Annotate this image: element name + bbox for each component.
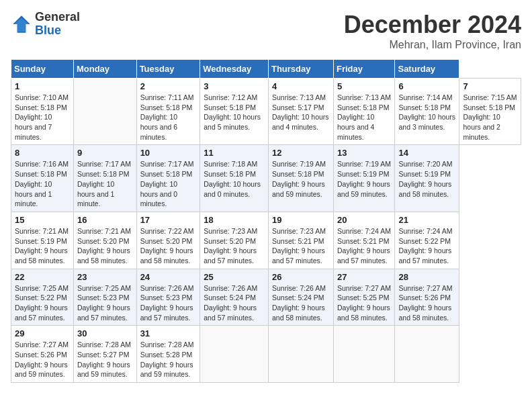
calendar-week-5: 29Sunrise: 7:27 AMSunset: 5:26 PMDayligh… bbox=[11, 326, 521, 383]
table-row: 7Sunrise: 7:15 AMSunset: 5:18 PMDaylight… bbox=[459, 79, 521, 145]
table-row: 16Sunrise: 7:21 AMSunset: 5:20 PMDayligh… bbox=[73, 212, 136, 269]
logo-text: General Blue bbox=[35, 11, 80, 38]
table-row: 28Sunrise: 7:27 AMSunset: 5:26 PMDayligh… bbox=[395, 269, 459, 326]
table-row: 17Sunrise: 7:22 AMSunset: 5:20 PMDayligh… bbox=[136, 212, 200, 269]
calendar-week-2: 8Sunrise: 7:16 AMSunset: 5:18 PMDaylight… bbox=[11, 145, 521, 212]
page-header: General Blue December 2024 Mehran, Ilam … bbox=[11, 11, 521, 51]
logo-icon bbox=[11, 13, 32, 35]
table-row: 6Sunrise: 7:14 AMSunset: 5:18 PMDaylight… bbox=[395, 79, 459, 145]
header-thursday: Thursday bbox=[268, 60, 333, 79]
month-title: December 2024 bbox=[344, 11, 521, 39]
calendar-week-1: 1Sunrise: 7:10 AMSunset: 5:18 PMDaylight… bbox=[11, 79, 521, 145]
table-row bbox=[200, 326, 269, 383]
logo-blue: Blue bbox=[35, 24, 80, 38]
table-row: 15Sunrise: 7:21 AMSunset: 5:19 PMDayligh… bbox=[11, 212, 74, 269]
table-row: 9Sunrise: 7:17 AMSunset: 5:18 PMDaylight… bbox=[73, 145, 136, 212]
header-monday: Monday bbox=[73, 60, 136, 79]
table-row bbox=[73, 79, 136, 145]
table-row: 30Sunrise: 7:28 AMSunset: 5:27 PMDayligh… bbox=[73, 326, 136, 383]
location: Mehran, Ilam Province, Iran bbox=[344, 39, 521, 51]
table-row: 12Sunrise: 7:19 AMSunset: 5:18 PMDayligh… bbox=[268, 145, 333, 212]
table-row: 14Sunrise: 7:20 AMSunset: 5:19 PMDayligh… bbox=[395, 145, 459, 212]
calendar-week-4: 22Sunrise: 7:25 AMSunset: 5:22 PMDayligh… bbox=[11, 269, 521, 326]
table-row: 3Sunrise: 7:12 AMSunset: 5:18 PMDaylight… bbox=[200, 79, 269, 145]
table-row: 22Sunrise: 7:25 AMSunset: 5:22 PMDayligh… bbox=[11, 269, 74, 326]
table-row bbox=[395, 326, 459, 383]
table-row: 2Sunrise: 7:11 AMSunset: 5:18 PMDaylight… bbox=[136, 79, 200, 145]
table-row: 19Sunrise: 7:23 AMSunset: 5:21 PMDayligh… bbox=[268, 212, 333, 269]
header-friday: Friday bbox=[333, 60, 394, 79]
table-row: 26Sunrise: 7:26 AMSunset: 5:24 PMDayligh… bbox=[268, 269, 333, 326]
table-row: 11Sunrise: 7:18 AMSunset: 5:18 PMDayligh… bbox=[200, 145, 269, 212]
table-row: 13Sunrise: 7:19 AMSunset: 5:19 PMDayligh… bbox=[333, 145, 394, 212]
table-row: 24Sunrise: 7:26 AMSunset: 5:23 PMDayligh… bbox=[136, 269, 200, 326]
calendar-table: Sunday Monday Tuesday Wednesday Thursday… bbox=[11, 59, 521, 383]
header-wednesday: Wednesday bbox=[200, 60, 269, 79]
logo: General Blue bbox=[11, 11, 80, 38]
table-row: 29Sunrise: 7:27 AMSunset: 5:26 PMDayligh… bbox=[11, 326, 74, 383]
table-row: 4Sunrise: 7:13 AMSunset: 5:17 PMDaylight… bbox=[268, 79, 333, 145]
svg-marker-1 bbox=[14, 17, 29, 32]
table-row bbox=[333, 326, 394, 383]
table-row: 25Sunrise: 7:26 AMSunset: 5:24 PMDayligh… bbox=[200, 269, 269, 326]
table-row: 20Sunrise: 7:24 AMSunset: 5:21 PMDayligh… bbox=[333, 212, 394, 269]
table-row: 27Sunrise: 7:27 AMSunset: 5:25 PMDayligh… bbox=[333, 269, 394, 326]
table-row: 21Sunrise: 7:24 AMSunset: 5:22 PMDayligh… bbox=[395, 212, 459, 269]
header-tuesday: Tuesday bbox=[136, 60, 200, 79]
header-sunday: Sunday bbox=[11, 60, 74, 79]
logo-general: General bbox=[35, 11, 80, 24]
header-saturday: Saturday bbox=[395, 60, 459, 79]
table-row: 31Sunrise: 7:28 AMSunset: 5:28 PMDayligh… bbox=[136, 326, 200, 383]
table-row: 18Sunrise: 7:23 AMSunset: 5:20 PMDayligh… bbox=[200, 212, 269, 269]
table-row: 10Sunrise: 7:17 AMSunset: 5:18 PMDayligh… bbox=[136, 145, 200, 212]
table-row: 23Sunrise: 7:25 AMSunset: 5:23 PMDayligh… bbox=[73, 269, 136, 326]
table-row bbox=[268, 326, 333, 383]
title-block: December 2024 Mehran, Ilam Province, Ira… bbox=[344, 11, 521, 51]
calendar-week-3: 15Sunrise: 7:21 AMSunset: 5:19 PMDayligh… bbox=[11, 212, 521, 269]
days-header-row: Sunday Monday Tuesday Wednesday Thursday… bbox=[11, 60, 521, 79]
table-row: 8Sunrise: 7:16 AMSunset: 5:18 PMDaylight… bbox=[11, 145, 74, 212]
table-row: 5Sunrise: 7:13 AMSunset: 5:18 PMDaylight… bbox=[333, 79, 394, 145]
table-row: 1Sunrise: 7:10 AMSunset: 5:18 PMDaylight… bbox=[11, 79, 74, 145]
